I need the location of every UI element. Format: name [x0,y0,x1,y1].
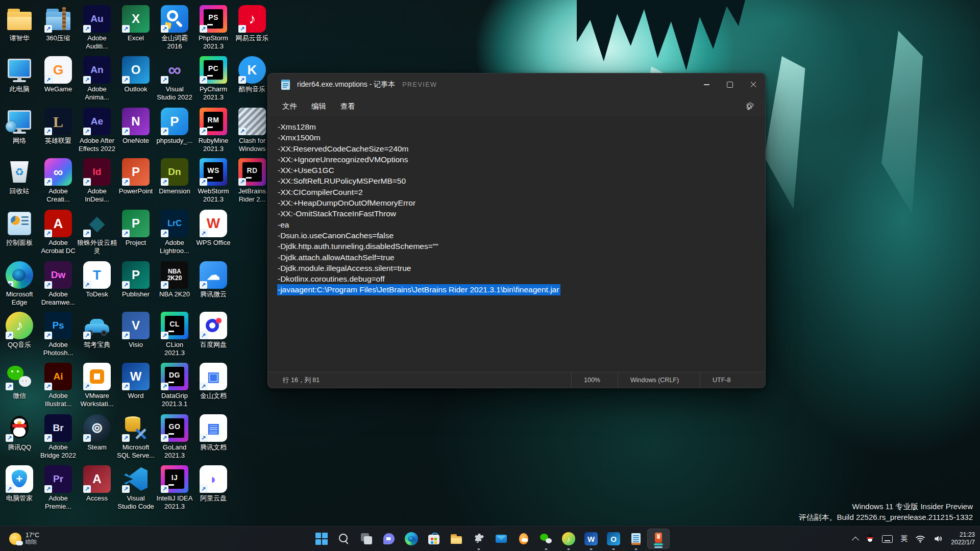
shortcut-arrow-icon: ↗ [83,25,91,33]
taskbar-search-button[interactable] [333,527,355,551]
desktop-shortcut-adobe-photoshop[interactable]: Ps↗Adobe Photosh... [39,312,78,357]
desktop-shortcut-adobe-animate[interactable]: An↗Adobe Anima... [78,56,116,102]
desktop-shortcut-netease-cloud-music[interactable]: ♪↗网易云音乐 [233,5,272,42]
text-line-8: -XX:+HeapDumpOnOutOfMemoryError [277,197,417,208]
settings-icon [472,532,485,545]
input-language-button[interactable]: 英 [898,530,910,548]
desktop-shortcut-adobe-bridge[interactable]: Br↗Adobe Bridge 2022 [39,414,78,460]
taskbar-chat-button[interactable] [378,527,400,551]
volume-button[interactable] [931,530,945,548]
desktop-shortcut-datagrip[interactable]: DG↗DataGrip 2021.3.1 [155,363,194,408]
desktop-shortcut-baidu-netdisk[interactable]: ↗百度网盘 [194,312,233,349]
desktop-shortcut-adobe-premiere[interactable]: Pr↗Adobe Premie... [39,465,78,511]
desktop-shortcut-jetbrains-rider[interactable]: RD↗JetBrains Rider 2... [233,158,272,204]
minimize-button[interactable] [695,73,718,96]
adobe-indesign-icon: Id↗ [83,158,111,186]
desktop-shortcut-clash-for-windows[interactable]: ↗Clash for Windows [233,108,272,153]
desktop-shortcut-pycharm[interactable]: PC↗PyCharm 2021.3 [194,56,233,102]
taskbar-edge-button[interactable] [400,527,423,551]
adobe-premiere-icon: Pr↗ [44,465,72,493]
desktop-shortcut-aliyun-drive[interactable]: ◗↗阿里云盘 [194,465,233,503]
notepad-app-icon [281,79,290,90]
publisher-icon: P↗ [122,261,150,289]
desktop-shortcut-adobe-after-effects[interactable]: Ae↗Adobe After Effects 2022 [78,108,116,153]
shortcut-arrow-icon: ↗ [122,178,130,186]
taskbar-mail-button[interactable] [490,527,512,551]
tray-qq-icon[interactable] [864,530,876,548]
notepad-titlebar[interactable]: rider64.exe.vmoptions - 记事本 PREVIEW [268,73,765,96]
this-pc-icon [6,56,33,84]
taskbar-task-view-button[interactable] [355,527,378,551]
taskbar-outlook-button[interactable]: O [602,527,625,551]
desktop-shortcut-tencent-docs[interactable]: ▤↗腾讯文档 [194,414,233,452]
network-button[interactable] [913,530,927,548]
adobe-lightroom-classic-icon: LrC↗ [161,210,188,237]
desktop-shortcut-adobe-lightroom-classic[interactable]: LrC↗Adobe Lightroo... [155,210,194,255]
shortcut-arrow-icon: ↗ [238,25,246,33]
clock[interactable]: 21:23 2022/1/7 [949,531,975,546]
taskbar-settings-button[interactable] [468,527,490,551]
maximize-button[interactable] [718,73,742,96]
desktop[interactable]: 谭智华此电脑网络♻回收站控制面板↗Microsoft Edge♪↗QQ音乐↗微信… [0,0,980,551]
menu-edit[interactable]: 编辑 [304,98,333,114]
baidu-netdisk-icon: ↗ [200,312,227,339]
taskbar-start-button[interactable] [310,527,333,551]
desktop-shortcut-kingsoft-docs[interactable]: ▣↗金山文档 [194,363,233,400]
taskbar-qq-music-button[interactable]: ♪ [557,527,580,551]
text-line-10: -ea [277,219,290,230]
desktop-shortcut-vmware-workstation[interactable]: ↗VMware Workstati... [78,363,116,408]
excel-icon: X↗ [122,5,150,33]
360-zip-icon: ↗ [44,5,72,33]
tray-time: 21:23 [951,531,975,539]
taskbar-cloud-app-button[interactable] [512,527,535,551]
text-editor-area[interactable]: -Xms128m-Xmx1500m-XX:ReservedCodeCacheSi… [268,116,765,372]
desktop-shortcut-adobe-dreamweaver[interactable]: Dw↗Adobe Dreamwe... [39,261,78,307]
settings-button[interactable] [742,98,757,114]
taskbar-file-explorer-button[interactable] [445,527,468,551]
shortcut-arrow-icon: ↗ [200,178,207,186]
menu-view[interactable]: 查看 [333,98,362,114]
shortcut-arrow-icon: ↗ [161,76,168,84]
shortcut-arrow-icon: ↗ [6,485,13,493]
shortcut-arrow-icon: ↗ [6,434,13,442]
notepad-window: rider64.exe.vmoptions - 记事本 PREVIEW 文件编辑… [267,73,766,388]
desktop-shortcut-adobe-indesign[interactable]: Id↗Adobe InDesi... [78,158,116,204]
desktop-shortcut-intellij-idea[interactable]: IJ↗IntelliJ IDEA 2021.3 [155,465,194,511]
wifi-icon [915,534,925,543]
taskbar-wechat-button[interactable] [535,527,557,551]
clion-icon: CL↗ [161,312,188,339]
folder-tanzhihua-icon [6,5,33,33]
desktop-shortcut-aula-peripheral[interactable]: ◆↗狼蛛外设云精 灵 [78,210,116,255]
close-button[interactable] [742,73,765,96]
text-line-9: -XX:-OmitStackTraceInFastThrow [277,208,398,219]
desktop-shortcut-adobe-audition[interactable]: Au↗Adobe Auditi... [78,5,116,51]
wechat-icon: ↗ [6,363,33,390]
watermark-line2: 评估副本。Build 22526.rs_prerelease.211215-13… [798,512,973,522]
taskbar-notepad-button[interactable] [625,527,647,551]
menu-file[interactable]: 文件 [275,98,304,114]
shortcut-arrow-icon: ↗ [200,128,207,135]
taskbar-word-button[interactable]: W [580,527,602,551]
shortcut-arrow-icon: ↗ [200,434,207,442]
desktop-shortcut-clion[interactable]: CL↗CLion 2021.3 [155,312,194,357]
jetbrains-rider-icon: RD↗ [238,158,266,186]
desktop-shortcut-tencent-weiyun[interactable]: ☁↗腾讯微云 [194,261,233,298]
powerpoint-icon: P↗ [122,158,150,186]
taskbar-phone-clip-tool-button[interactable] [647,529,670,549]
phpstudy-icon: P↗ [161,108,188,135]
outlook-icon: O [607,532,620,545]
touch-keyboard-button[interactable] [880,530,895,548]
adobe-acrobat-dc-icon: A↗ [44,210,72,237]
text-line-3: -XX:ReservedCodeCacheSize=240m [277,143,410,154]
desktop-shortcut-goland[interactable]: GO↗GoLand 2021.3 [155,414,194,460]
project-icon: P↗ [122,210,150,237]
tray-overflow-button[interactable] [851,530,860,548]
shortcut-arrow-icon: ↗ [161,178,168,186]
weather-widget[interactable]: 17°C 晴朗 [5,527,43,551]
taskbar-microsoft-store-button[interactable] [423,527,445,551]
desktop-shortcut-phpstorm[interactable]: PS↗PhpStorm 2021.3 [194,5,233,51]
kingsoft-docs-icon: ▣↗ [200,363,227,390]
desktop-shortcut-kugou-music[interactable]: K↗酷狗音乐 [233,56,272,93]
keyboard-icon [882,535,893,543]
desktop-shortcut-wps-office[interactable]: W↗WPS Office [194,210,233,247]
